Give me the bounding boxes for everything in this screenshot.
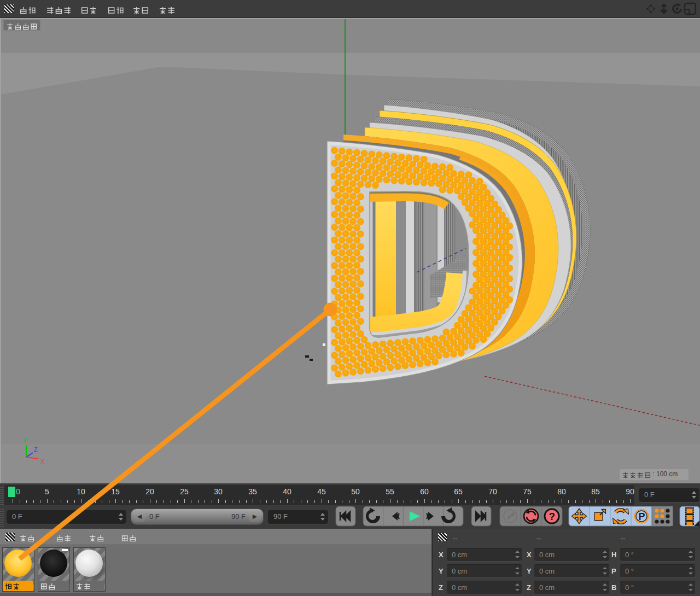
svg-text:Y: Y [23, 437, 27, 443]
svg-text:X: X [40, 458, 45, 465]
svg-text:Z: Z [34, 446, 38, 453]
svg-text:P: P [639, 511, 645, 522]
svg-text:?: ? [549, 511, 556, 522]
